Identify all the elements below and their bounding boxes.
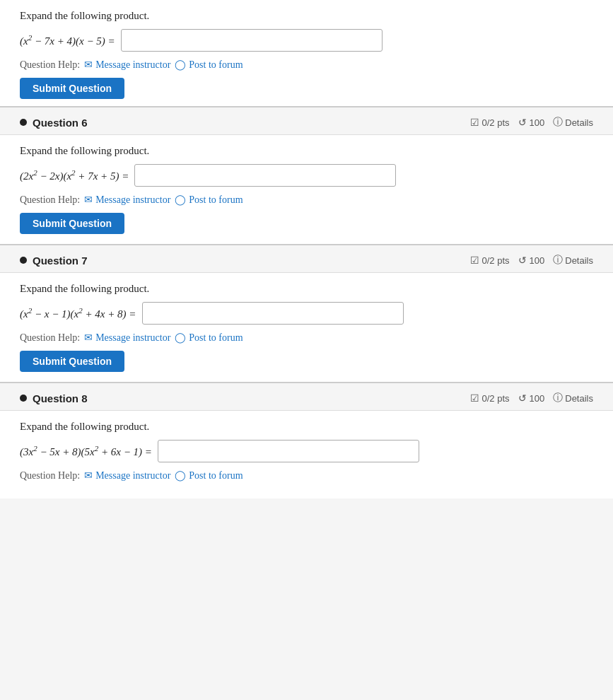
- question-help-row-top: Question Help: Message instructor Post t…: [20, 59, 593, 71]
- answer-input-q7[interactable]: [142, 302, 404, 325]
- question-7-meta: 0/2 pts 100 Details: [470, 254, 593, 267]
- question-8-body: Expand the following product. (3x2 − 5x …: [0, 411, 613, 498]
- q7-retries-text: 100: [530, 255, 545, 266]
- question-7-title: Question 7: [20, 255, 88, 267]
- help-label-q8: Question Help:: [20, 470, 80, 482]
- q7-details-text: Details: [565, 255, 593, 266]
- post-to-forum-text-q7: Post to forum: [189, 332, 243, 344]
- info-icon-q7: [553, 254, 563, 267]
- expand-label-q7: Expand the following product.: [20, 283, 593, 295]
- q7-pts-text: 0/2 pts: [482, 255, 510, 266]
- q6-pts-text: 0/2 pts: [482, 117, 510, 128]
- question-6-title: Question 6: [20, 117, 88, 129]
- equation-row-q7: (x2 − x − 1)(x2 + 4x + 8) =: [20, 302, 593, 325]
- q6-details-text: Details: [565, 117, 593, 128]
- post-to-forum-link-top[interactable]: Post to forum: [175, 59, 243, 71]
- answer-input-q6[interactable]: [134, 164, 396, 187]
- mail-icon-q8: [84, 469, 93, 482]
- info-icon-q6: [553, 116, 563, 129]
- q6-details-link[interactable]: Details: [553, 116, 593, 129]
- question-help-row-q7: Question Help: Message instructor Post t…: [20, 332, 593, 344]
- submit-button-q6[interactable]: Submit Question: [20, 213, 124, 234]
- q6-retries-text: 100: [530, 117, 545, 128]
- help-label-q7: Question Help:: [20, 332, 80, 344]
- expand-label-q6: Expand the following product.: [20, 145, 593, 157]
- question-6-section: Question 6 0/2 pts 100 Details Expand th…: [0, 106, 613, 244]
- retry-icon-q7: [518, 255, 527, 266]
- message-instructor-text-q6: Message instructor: [95, 194, 170, 206]
- question-6-header: Question 6 0/2 pts 100 Details: [0, 107, 613, 135]
- info-icon-q8: [553, 392, 563, 404]
- message-instructor-link-q8[interactable]: Message instructor: [84, 469, 170, 482]
- forum-icon-q8: [175, 469, 186, 482]
- mail-icon-q7: [84, 332, 93, 344]
- forum-icon-q6: [175, 194, 186, 206]
- q8-details-text: Details: [565, 393, 593, 404]
- question-8-meta: 0/2 pts 100 Details: [470, 392, 593, 404]
- forum-icon-top: [175, 59, 186, 71]
- message-instructor-text-top: Message instructor: [95, 59, 170, 71]
- forum-icon-q7: [175, 332, 186, 344]
- equation-text-top: (x2 − 7x + 4)(x − 5) =: [20, 33, 115, 47]
- message-instructor-link-top[interactable]: Message instructor: [84, 59, 170, 71]
- question-7-section: Question 7 0/2 pts 100 Details Expand th…: [0, 244, 613, 382]
- mail-icon-q6: [84, 194, 93, 206]
- q7-details-link[interactable]: Details: [553, 254, 593, 267]
- question-8-section: Question 8 0/2 pts 100 Details Expand th…: [0, 382, 613, 498]
- post-to-forum-link-q7[interactable]: Post to forum: [175, 332, 243, 344]
- post-to-forum-link-q8[interactable]: Post to forum: [175, 469, 243, 482]
- question-7-header: Question 7 0/2 pts 100 Details: [0, 245, 613, 273]
- top-section: Expand the following product. (x2 − 7x +…: [0, 0, 613, 106]
- expand-label-top: Expand the following product.: [20, 10, 593, 22]
- question-6-label: Question 6: [33, 117, 88, 129]
- help-label-top: Question Help:: [20, 59, 80, 71]
- question-7-label: Question 7: [33, 255, 88, 267]
- page-container: Expand the following product. (x2 − 7x +…: [0, 0, 613, 498]
- q6-retries-badge: 100: [518, 117, 545, 128]
- bullet-dot-q6: [20, 119, 27, 126]
- q7-pts-badge: 0/2 pts: [470, 255, 510, 266]
- bullet-dot-q7: [20, 257, 27, 264]
- pts-icon-q7: [470, 255, 479, 266]
- q8-details-link[interactable]: Details: [553, 392, 593, 404]
- question-6-body: Expand the following product. (2x2 − 2x)…: [0, 135, 613, 244]
- mail-icon-top: [84, 59, 93, 71]
- pts-icon-q6: [470, 117, 479, 128]
- equation-text-q7: (x2 − x − 1)(x2 + 4x + 8) =: [20, 306, 136, 320]
- post-to-forum-text-q6: Post to forum: [189, 194, 243, 206]
- submit-button-top[interactable]: Submit Question: [20, 78, 124, 99]
- question-7-body: Expand the following product. (x2 − x − …: [0, 273, 613, 382]
- message-instructor-text-q8: Message instructor: [95, 470, 170, 482]
- post-to-forum-text-q8: Post to forum: [189, 470, 243, 482]
- post-to-forum-link-q6[interactable]: Post to forum: [175, 194, 243, 206]
- q7-retries-badge: 100: [518, 255, 545, 266]
- equation-text-q6: (2x2 − 2x)(x2 + 7x + 5) =: [20, 168, 129, 182]
- question-8-label: Question 8: [33, 392, 88, 404]
- q8-retries-badge: 100: [518, 392, 545, 404]
- equation-row-q8: (3x2 − 5x + 8)(5x2 + 6x − 1) =: [20, 440, 593, 462]
- question-help-row-q8: Question Help: Message instructor Post t…: [20, 469, 593, 482]
- answer-input-q8[interactable]: [158, 440, 419, 462]
- pts-icon-q8: [470, 392, 479, 404]
- retry-icon-q8: [518, 392, 527, 404]
- bullet-dot-q8: [20, 395, 27, 402]
- question-8-title: Question 8: [20, 392, 88, 404]
- equation-text-q8: (3x2 − 5x + 8)(5x2 + 6x − 1) =: [20, 444, 152, 458]
- post-to-forum-text-top: Post to forum: [189, 59, 243, 71]
- q8-pts-text: 0/2 pts: [482, 393, 510, 404]
- question-8-header: Question 8 0/2 pts 100 Details: [0, 383, 613, 411]
- submit-button-q7[interactable]: Submit Question: [20, 351, 124, 372]
- message-instructor-link-q6[interactable]: Message instructor: [84, 194, 170, 206]
- q6-pts-badge: 0/2 pts: [470, 117, 510, 128]
- answer-input-top[interactable]: [121, 29, 383, 52]
- retry-icon-q6: [518, 117, 527, 128]
- equation-row-top: (x2 − 7x + 4)(x − 5) =: [20, 29, 593, 52]
- message-instructor-link-q7[interactable]: Message instructor: [84, 332, 170, 344]
- q8-pts-badge: 0/2 pts: [470, 392, 510, 404]
- q8-retries-text: 100: [530, 393, 545, 404]
- equation-row-q6: (2x2 − 2x)(x2 + 7x + 5) =: [20, 164, 593, 187]
- question-6-meta: 0/2 pts 100 Details: [470, 116, 593, 129]
- question-help-row-q6: Question Help: Message instructor Post t…: [20, 194, 593, 206]
- message-instructor-text-q7: Message instructor: [95, 332, 170, 344]
- expand-label-q8: Expand the following product.: [20, 421, 593, 433]
